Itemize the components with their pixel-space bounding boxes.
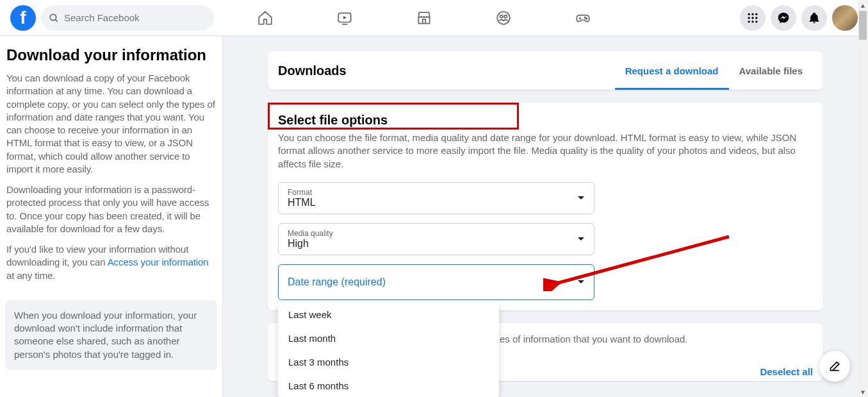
format-select[interactable]: Format HTML bbox=[278, 182, 594, 214]
svg-point-19 bbox=[755, 21, 757, 22]
dropdown-option-last-week[interactable]: Last week bbox=[278, 303, 499, 326]
svg-point-5 bbox=[500, 15, 503, 17]
compose-button[interactable] bbox=[819, 351, 850, 382]
page-title: Download your information bbox=[5, 46, 217, 64]
svg-point-17 bbox=[748, 21, 750, 22]
scrollbar-up-arrow[interactable]: ▲ bbox=[858, 0, 868, 10]
svg-line-1 bbox=[56, 19, 58, 21]
chevron-down-icon bbox=[577, 237, 585, 242]
tab-available-files[interactable]: Available files bbox=[729, 51, 814, 90]
date-range-label: Date range (required) bbox=[288, 276, 386, 288]
svg-point-0 bbox=[50, 14, 56, 20]
svg-point-13 bbox=[755, 13, 757, 15]
chevron-down-icon bbox=[577, 196, 585, 201]
gaming-icon[interactable] bbox=[568, 3, 598, 33]
center-nav-icons bbox=[250, 0, 598, 36]
select-information-description-fragment: es of information that you want to downl… bbox=[500, 334, 813, 344]
date-range-select[interactable]: Date range (required) bbox=[278, 264, 594, 300]
left-sidebar: Download your information You can downlo… bbox=[0, 36, 223, 397]
select-file-options-description: You can choose the file format, media qu… bbox=[278, 131, 813, 171]
scrollbar-thumb[interactable] bbox=[859, 11, 867, 40]
downloads-title: Downloads bbox=[278, 63, 347, 78]
access-your-information-link[interactable]: Access your information bbox=[108, 257, 209, 267]
facebook-logo[interactable]: f bbox=[10, 5, 36, 31]
menu-grid-icon[interactable] bbox=[740, 5, 766, 31]
downloads-header-card: Downloads Request a download Available f… bbox=[268, 51, 823, 90]
tab-request-download[interactable]: Request a download bbox=[615, 51, 729, 90]
select-file-options-card: Select file options You can choose the f… bbox=[268, 103, 823, 310]
format-value: HTML bbox=[288, 197, 585, 208]
search-input[interactable] bbox=[64, 12, 206, 23]
dropdown-option-last-3-months[interactable]: Last 3 months bbox=[278, 350, 499, 374]
groups-icon[interactable] bbox=[488, 3, 519, 33]
notifications-icon[interactable] bbox=[801, 5, 827, 31]
watch-icon[interactable] bbox=[329, 3, 360, 33]
svg-point-11 bbox=[748, 13, 750, 15]
profile-avatar[interactable] bbox=[832, 5, 858, 31]
svg-point-4 bbox=[497, 12, 510, 24]
main-content: Downloads Request a download Available f… bbox=[223, 36, 868, 397]
date-range-dropdown: Last week Last month Last 3 months Last … bbox=[278, 303, 499, 397]
sidebar-paragraph-1: You can download a copy of your Facebook… bbox=[5, 72, 217, 176]
media-quality-select[interactable]: Media quality High bbox=[278, 223, 594, 255]
media-quality-value: High bbox=[288, 238, 585, 249]
select-file-options-title: Select file options bbox=[278, 113, 813, 128]
media-quality-label: Media quality bbox=[288, 229, 585, 238]
tabs-container: Request a download Available files bbox=[615, 51, 813, 90]
right-nav-icons bbox=[740, 5, 858, 31]
messenger-icon[interactable] bbox=[771, 5, 796, 31]
sidebar-paragraph-2: Downloading your information is a passwo… bbox=[5, 183, 217, 235]
dropdown-option-last-month[interactable]: Last month bbox=[278, 326, 499, 350]
marketplace-icon[interactable] bbox=[409, 3, 439, 33]
scrollbar-down-arrow[interactable]: ▼ bbox=[858, 387, 868, 397]
sidebar-info-box: When you download your information, your… bbox=[5, 300, 217, 370]
home-icon[interactable] bbox=[250, 3, 281, 33]
deselect-all-button[interactable]: Deselect all bbox=[760, 366, 813, 377]
search-icon bbox=[49, 13, 59, 23]
svg-point-15 bbox=[751, 17, 753, 19]
svg-point-10 bbox=[586, 18, 587, 19]
sidebar-paragraph-3: If you'd like to view your information w… bbox=[5, 243, 217, 282]
format-label: Format bbox=[288, 188, 585, 197]
svg-point-16 bbox=[755, 17, 757, 19]
svg-point-18 bbox=[751, 21, 753, 22]
svg-point-12 bbox=[751, 13, 753, 15]
svg-point-14 bbox=[748, 17, 750, 19]
chevron-down-icon bbox=[577, 280, 585, 285]
dropdown-option-last-6-months[interactable]: Last 6 months bbox=[278, 374, 499, 397]
scrollbar[interactable]: ▲ ▼ bbox=[858, 0, 868, 397]
top-navigation-bar: f bbox=[0, 0, 868, 36]
search-container[interactable] bbox=[41, 5, 214, 31]
svg-point-6 bbox=[504, 15, 507, 17]
svg-point-9 bbox=[584, 17, 585, 18]
